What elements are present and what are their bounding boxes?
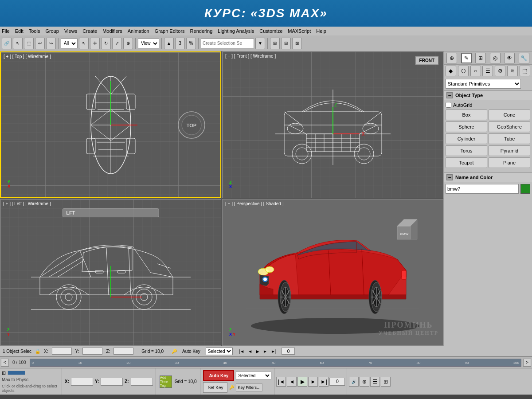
sub-icon-4[interactable]: ☰	[482, 66, 493, 76]
bottom-x-input[interactable]	[71, 378, 93, 386]
timeline-track[interactable]: 010203040 5060708090100	[30, 359, 521, 367]
coord-x-input[interactable]	[52, 348, 72, 355]
menu-file[interactable]: File	[2, 28, 10, 34]
selected-dropdown[interactable]: Selected	[206, 347, 233, 355]
hierarchy-panel-icon[interactable]: ⊞	[475, 53, 486, 63]
menu-edit[interactable]: Edit	[15, 28, 23, 34]
play-btn[interactable]: ▶	[297, 377, 307, 387]
sphere-btn[interactable]: Sphere	[446, 121, 487, 132]
auto-key-btn[interactable]: Auto Key	[203, 370, 234, 381]
menu-modifiers[interactable]: Modifiers	[102, 28, 122, 34]
select-btn[interactable]: ↖	[13, 38, 23, 49]
extra-btn-b[interactable]: ⊕	[360, 377, 369, 387]
key-filters-btn[interactable]: Key Filters…	[236, 383, 262, 391]
plane-btn[interactable]: Plane	[489, 157, 530, 168]
create-selection-input[interactable]	[201, 39, 254, 48]
menu-animation[interactable]: Animation	[128, 28, 149, 34]
cylinder-btn[interactable]: Cylinder	[446, 133, 487, 144]
render-frame-btn[interactable]: 3	[175, 38, 185, 49]
timeline-right-arrow[interactable]: >	[523, 359, 531, 367]
menu-views[interactable]: Views	[64, 28, 77, 34]
select-region-btn[interactable]: ⬚	[24, 38, 34, 49]
playback-frame-input[interactable]	[329, 378, 345, 386]
utilities-panel-icon[interactable]: 🔧	[519, 53, 529, 63]
bottom-y-input[interactable]	[101, 378, 123, 386]
sub-icon-5[interactable]: ⚙	[495, 66, 505, 76]
torus-btn[interactable]: Torus	[446, 145, 487, 156]
sub-icon-7[interactable]: ⬚	[520, 66, 530, 76]
color-swatch[interactable]	[520, 184, 530, 194]
anim-selected-dropdown[interactable]: Selected	[236, 371, 271, 380]
add-time-tag-box[interactable]: Add Time Tag	[160, 376, 172, 388]
coord-z-input[interactable]	[113, 348, 133, 355]
cone-btn[interactable]: Cone	[489, 110, 530, 120]
go-end-btn[interactable]: ►|	[319, 377, 329, 387]
motion-panel-icon[interactable]: ◎	[490, 53, 501, 63]
coord-y-input[interactable]	[82, 348, 102, 355]
render-btn[interactable]: ▲	[164, 38, 174, 49]
object-name-input[interactable]	[446, 184, 519, 194]
extra-btn-1[interactable]: ⊞	[270, 38, 280, 49]
extra-btn-d[interactable]: ⊞	[381, 377, 391, 387]
sub-icon-2[interactable]: ⬡	[458, 66, 469, 76]
menu-tools[interactable]: Tools	[29, 28, 40, 34]
menu-lighting[interactable]: Lighting Analysis	[218, 28, 254, 34]
playback-prev[interactable]: |◄	[239, 349, 245, 354]
scale-btn[interactable]: ⤢	[112, 38, 122, 49]
link-btn[interactable]: 🔗	[2, 38, 12, 49]
viewport-perspective[interactable]: [ + ] [ Perspective ] [ Shaded ]	[222, 199, 443, 346]
menu-maxscript[interactable]: MAXScript	[288, 28, 311, 34]
bottom-z-input[interactable]	[131, 378, 153, 386]
viewport-front[interactable]: [ + ] [ Front ] [ Wireframe ] FRONT	[222, 51, 443, 198]
viewport-top[interactable]: [ + ] [ Top ] [ Wireframe ]	[0, 51, 221, 198]
menu-rendering[interactable]: Rendering	[190, 28, 213, 34]
material-btn[interactable]: %	[186, 38, 196, 49]
playback-fwd[interactable]: ►	[263, 349, 267, 354]
object-type-collapse[interactable]: −	[446, 92, 453, 98]
sub-icon-3[interactable]: ○	[470, 66, 481, 76]
move-btn[interactable]: ✛	[90, 38, 100, 49]
teapot-btn[interactable]: Teapot	[446, 157, 487, 168]
menu-graph-editors[interactable]: Graph Editors	[155, 28, 185, 34]
menu-create[interactable]: Create	[82, 28, 97, 34]
go-start-btn[interactable]: |◄	[276, 377, 286, 387]
standard-primitives-select[interactable]: Standard Primitives	[446, 79, 521, 89]
next-frame-btn[interactable]: ►	[308, 377, 318, 387]
menu-customize[interactable]: Customize	[259, 28, 282, 34]
filter-select[interactable]: All	[61, 39, 78, 48]
pyramid-btn[interactable]: Pyramid	[489, 145, 530, 156]
playback-back[interactable]: ◄	[248, 349, 252, 354]
extra-btn-c[interactable]: ☰	[370, 377, 380, 387]
playback-play[interactable]: ▶	[256, 349, 259, 354]
geosphere-btn[interactable]: GeoSphere	[489, 121, 530, 132]
create-panel-icon[interactable]: ⊕	[446, 53, 457, 63]
redo-btn[interactable]: ↪	[46, 38, 56, 49]
create-selection-btn[interactable]: ▼	[255, 38, 265, 49]
bottom-icon-1[interactable]: ⊞	[2, 370, 6, 376]
modify-panel-icon[interactable]: ✎	[461, 53, 472, 63]
standard-primitives-dropdown[interactable]: Standard Primitives	[446, 79, 530, 89]
autogrid-checkbox[interactable]	[446, 102, 451, 108]
select-arrow-btn[interactable]: ↖	[79, 38, 89, 49]
rotate-btn[interactable]: ↻	[101, 38, 111, 49]
name-color-collapse[interactable]: −	[446, 174, 453, 180]
extra-btn-2[interactable]: ⊟	[281, 38, 291, 49]
extra-btn-3[interactable]: ⊠	[292, 38, 302, 49]
view-select[interactable]: View	[138, 39, 159, 48]
box-btn[interactable]: Box	[446, 110, 487, 120]
display-panel-icon[interactable]: 👁	[504, 53, 515, 63]
set-key-btn[interactable]: Set Key	[203, 382, 227, 393]
prev-frame-btn[interactable]: ◄	[287, 377, 297, 387]
viewport-left[interactable]: [ + ] [ Left ] [ Wireframe ]	[0, 199, 221, 346]
undo-btn[interactable]: ↩	[35, 38, 45, 49]
object-type-header[interactable]: − Object Type	[444, 90, 532, 100]
name-color-header[interactable]: − Name and Color	[444, 172, 532, 182]
playback-next[interactable]: ►|	[271, 349, 277, 354]
extra-btn-a[interactable]: 🔊	[349, 377, 359, 387]
snap-btn[interactable]: ⊕	[123, 38, 133, 49]
tube-btn[interactable]: Tube	[489, 133, 530, 144]
frame-input[interactable]	[282, 348, 295, 355]
menu-help[interactable]: Help	[316, 28, 326, 34]
timeline-left-arrow[interactable]: <	[1, 359, 9, 367]
menu-group[interactable]: Group	[45, 28, 59, 34]
